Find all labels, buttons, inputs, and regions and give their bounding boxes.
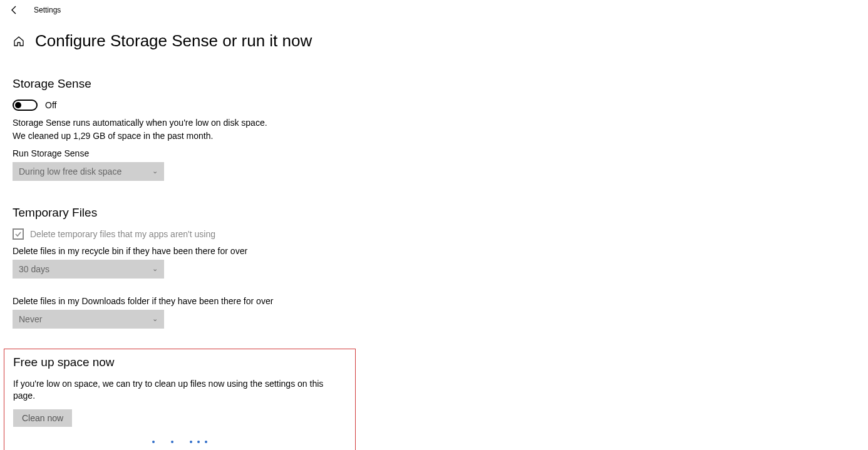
home-icon[interactable] — [13, 35, 25, 48]
free-up-space-section: Free up space now If you're low on space… — [4, 349, 356, 450]
chevron-down-icon: ⌄ — [152, 265, 158, 273]
run-storage-sense-value: During low free disk space — [19, 166, 121, 176]
downloads-dropdown[interactable]: Never ⌄ — [13, 310, 164, 329]
delete-temp-files-checkbox[interactable] — [13, 228, 24, 240]
run-storage-sense-dropdown[interactable]: During low free disk space ⌄ — [13, 162, 164, 181]
storage-sense-toggle-label: Off — [45, 100, 56, 110]
storage-sense-desc-1: Storage Sense runs automatically when yo… — [13, 117, 388, 129]
progress-indicator — [13, 441, 346, 443]
chevron-down-icon: ⌄ — [152, 167, 158, 175]
recycle-bin-label: Delete files in my recycle bin if they h… — [13, 246, 388, 256]
delete-temp-files-label: Delete temporary files that my apps aren… — [30, 229, 215, 239]
back-button[interactable] — [9, 4, 20, 16]
storage-sense-heading: Storage Sense — [13, 77, 388, 91]
free-up-desc: If you're low on space, we can try to cl… — [13, 378, 346, 402]
run-storage-sense-label: Run Storage Sense — [13, 148, 388, 158]
downloads-label: Delete files in my Downloads folder if t… — [13, 296, 388, 306]
downloads-value: Never — [19, 314, 42, 324]
app-title: Settings — [34, 6, 61, 14]
clean-now-button[interactable]: Clean now — [13, 409, 72, 427]
free-up-heading: Free up space now — [13, 355, 346, 369]
page-title: Configure Storage Sense or run it now — [35, 31, 312, 51]
storage-sense-toggle[interactable] — [13, 100, 38, 111]
chevron-down-icon: ⌄ — [152, 315, 158, 323]
recycle-bin-value: 30 days — [19, 264, 49, 274]
recycle-bin-dropdown[interactable]: 30 days ⌄ — [13, 260, 164, 279]
storage-sense-desc-2: We cleaned up 1,29 GB of space in the pa… — [13, 130, 388, 142]
temporary-files-heading: Temporary Files — [13, 206, 388, 220]
